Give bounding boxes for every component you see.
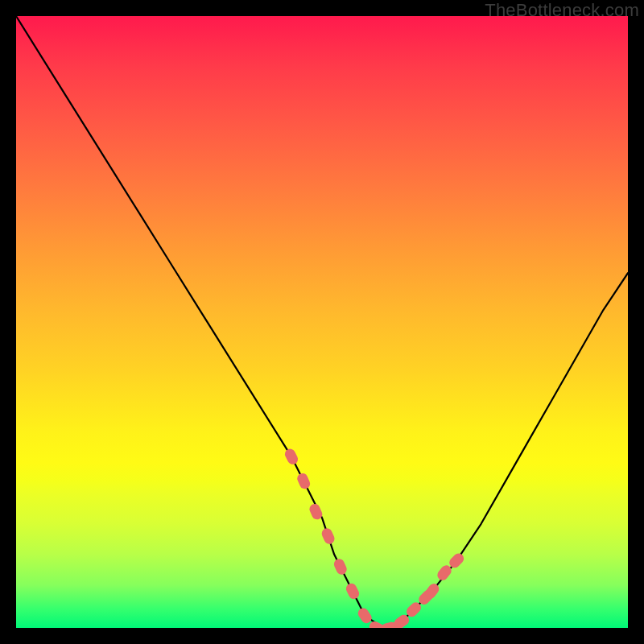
- marker-point: [345, 582, 361, 601]
- watermark-text: TheBottleneck.com: [485, 0, 639, 21]
- marker-group: [283, 447, 466, 628]
- marker-point: [356, 606, 374, 625]
- marker-point: [436, 564, 454, 583]
- marker-point: [283, 447, 300, 466]
- plot-area: [16, 16, 628, 628]
- bottleneck-curve: [16, 16, 628, 628]
- chart-frame: TheBottleneck.com: [0, 0, 644, 644]
- marker-point: [332, 557, 349, 576]
- marker-point: [320, 526, 336, 546]
- chart-svg: [16, 16, 628, 628]
- marker-point: [295, 472, 312, 491]
